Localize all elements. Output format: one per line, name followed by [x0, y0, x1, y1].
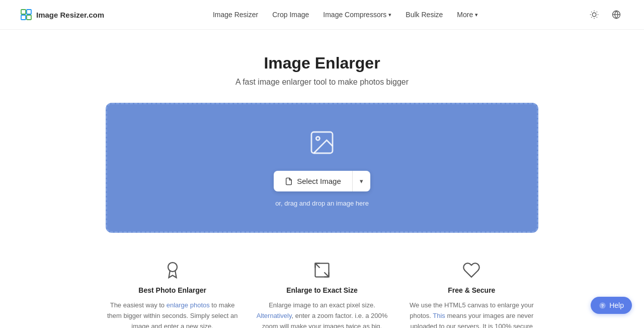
- nav-image-resizer[interactable]: Image Resizer: [213, 11, 258, 19]
- feature-free-secure-title: Free & Secure: [405, 286, 538, 294]
- svg-rect-0: [21, 10, 26, 14]
- help-button[interactable]: ? Help: [591, 297, 632, 314]
- svg-line-20: [324, 273, 329, 277]
- heart-icon: [405, 261, 538, 279]
- svg-rect-2: [21, 15, 26, 20]
- nav-bulk-resize[interactable]: Bulk Resize: [406, 11, 443, 19]
- theme-toggle-button[interactable]: [587, 7, 602, 22]
- navbar: Image Resizer.com Image Resizer Crop Ima…: [0, 0, 644, 30]
- file-icon: [285, 177, 293, 185]
- feature-exact-size: Enlarge to Exact Size Enlarge image to a…: [255, 261, 388, 328]
- nav-links: Image Resizer Crop Image Image Compresso…: [213, 11, 478, 19]
- enlarge-link[interactable]: enlarge: [167, 301, 188, 309]
- svg-point-16: [316, 137, 319, 140]
- language-button[interactable]: [609, 7, 624, 22]
- select-image-button-group: Select Image ▾: [274, 171, 370, 191]
- logo-icon: [20, 9, 32, 21]
- resize-icon: [255, 261, 388, 279]
- svg-line-19: [315, 264, 319, 268]
- svg-point-4: [592, 13, 596, 17]
- alternatively-link[interactable]: Alternatively: [257, 312, 292, 319]
- nav-crop-image[interactable]: Crop Image: [272, 11, 309, 19]
- dropdown-chevron-icon: ▾: [360, 177, 363, 185]
- svg-text:?: ?: [601, 303, 604, 308]
- nav-icon-buttons: [587, 7, 624, 22]
- main-content: Image Enlarger A fast image enlarger too…: [96, 30, 548, 328]
- chevron-down-icon: ▾: [475, 12, 478, 18]
- this-link[interactable]: This: [433, 312, 445, 319]
- feature-free-secure-desc: We use the HTML5 canvas to enlarge your …: [405, 300, 538, 328]
- select-image-button[interactable]: Select Image: [274, 171, 352, 191]
- nav-more[interactable]: More ▾: [457, 11, 478, 19]
- drag-drop-hint: or, drag and drop an image here: [275, 200, 369, 207]
- select-image-dropdown-button[interactable]: ▾: [352, 171, 370, 191]
- logo[interactable]: Image Resizer.com: [20, 9, 104, 21]
- upload-zone[interactable]: Select Image ▾ or, drag and drop an imag…: [106, 103, 538, 233]
- svg-point-17: [168, 263, 177, 272]
- page-title: Image Enlarger: [106, 54, 538, 73]
- chevron-icon: ▾: [388, 12, 391, 18]
- sun-icon: [590, 10, 599, 19]
- feature-free-secure: Free & Secure We use the HTML5 canvas to…: [405, 261, 538, 328]
- award-icon: [106, 261, 239, 279]
- svg-line-7: [591, 12, 592, 12]
- select-image-label: Select Image: [297, 177, 341, 185]
- nav-image-compressors[interactable]: Image Compressors ▾: [323, 11, 391, 19]
- globe-icon: [612, 10, 621, 19]
- feature-best-photo: Best Photo Enlarger The easiest way to e…: [106, 261, 239, 328]
- feature-exact-size-title: Enlarge to Exact Size: [255, 286, 388, 294]
- feature-best-photo-desc: The easiest way to enlarge photos to mak…: [106, 300, 239, 328]
- svg-line-8: [597, 17, 597, 18]
- svg-line-11: [591, 17, 592, 18]
- photos-link[interactable]: photos: [190, 301, 210, 309]
- feature-exact-size-desc: Enlarge image to an exact pixel size. Al…: [255, 300, 388, 328]
- svg-rect-1: [27, 10, 31, 14]
- feature-best-photo-title: Best Photo Enlarger: [106, 286, 239, 294]
- logo-text: Image Resizer.com: [36, 11, 104, 19]
- svg-rect-3: [27, 15, 31, 20]
- features-section: Best Photo Enlarger The easiest way to e…: [106, 257, 538, 328]
- svg-line-12: [597, 12, 597, 12]
- hero-subtitle: A fast image enlarger tool to make photo…: [106, 78, 538, 87]
- help-label: Help: [609, 301, 624, 309]
- hero-section: Image Enlarger A fast image enlarger too…: [106, 30, 538, 103]
- image-placeholder-icon: [308, 128, 336, 159]
- help-icon: ?: [599, 302, 606, 309]
